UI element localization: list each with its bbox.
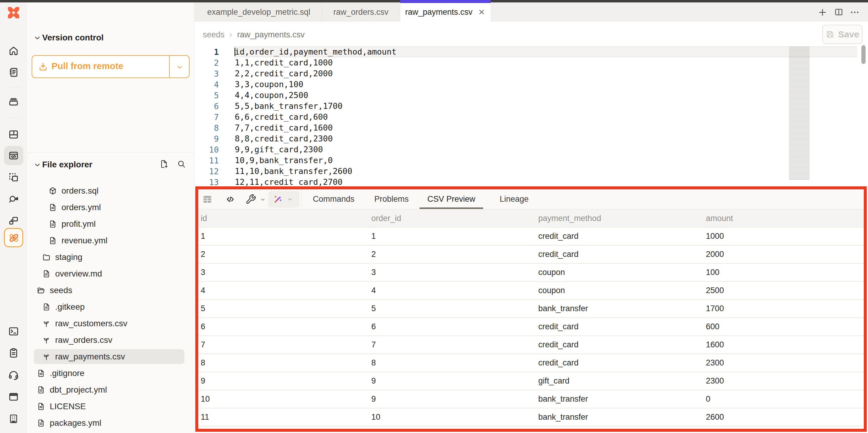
file-row[interactable]: profit.yml	[27, 215, 194, 232]
tab-raw-payments-active[interactable]: raw_payments.csv	[400, 2, 491, 22]
folder-row[interactable]: seeds	[27, 282, 194, 298]
cell: 7	[369, 336, 536, 353]
headset-support-icon[interactable]	[8, 369, 19, 381]
file-row[interactable]: overview.md	[27, 265, 194, 282]
cell: 1000	[704, 228, 864, 245]
line-number: 5	[194, 91, 219, 100]
file-row[interactable]: orders.sql	[27, 182, 194, 199]
file-row[interactable]: raw_customers.csv	[27, 315, 194, 332]
line-text: 8,8,credit_card,2300	[235, 133, 857, 144]
cell: 11	[198, 409, 369, 426]
cell: 2300	[704, 372, 864, 389]
folder-row[interactable]: staging	[27, 249, 194, 265]
split-view-icon[interactable]	[834, 7, 844, 17]
table-row: 4 4 coupon 2500	[198, 282, 864, 300]
code-area[interactable]: 1 id,order_id,payment_method,amount 2 1,…	[194, 47, 868, 187]
table-row: 6 6 credit_card 600	[198, 318, 864, 336]
scrollbar-thumb[interactable]	[861, 45, 866, 64]
file-label: profit.yml	[61, 219, 96, 229]
linked-windows-icon[interactable]	[8, 215, 19, 227]
cell: 6	[369, 318, 536, 335]
file-row[interactable]: raw_orders.csv	[27, 332, 194, 348]
folder-icon	[42, 253, 51, 262]
cell: 4	[369, 282, 536, 299]
ai-assist-group[interactable]	[268, 191, 300, 208]
clipboard-icon[interactable]	[8, 347, 19, 359]
toolbar-divider	[301, 190, 302, 209]
search-icon[interactable]	[176, 159, 187, 169]
line-text: 1,1,credit_card,1000	[235, 57, 857, 68]
file-label: overview.md	[55, 269, 102, 279]
tab-example-develop-metric[interactable]: example_develop_metric.sql	[196, 2, 322, 22]
line-number: 4	[194, 80, 219, 89]
file-row[interactable]: revenue.yml	[27, 232, 194, 249]
table-view-icon[interactable]	[202, 194, 213, 205]
file-label: raw_payments.csv	[55, 352, 125, 362]
code-editor-tool[interactable]	[4, 146, 23, 165]
column-header: amount	[704, 209, 864, 227]
code-line: 13 12,11,credit_card,2700	[194, 177, 868, 187]
line-number: 7	[194, 113, 219, 122]
file-row[interactable]: .gitignore	[27, 365, 194, 381]
column-header: id	[198, 209, 369, 227]
dashboard-grid-icon[interactable]	[8, 129, 19, 140]
home-icon[interactable]	[8, 45, 19, 56]
chevron-down-icon[interactable]	[176, 63, 184, 71]
cell: coupon	[536, 282, 704, 299]
breadcrumb-folder: seeds	[203, 30, 224, 39]
pull-from-remote-button[interactable]: Pull from remote	[32, 55, 190, 78]
organization-building-icon[interactable]	[8, 413, 19, 425]
cell: 8	[198, 354, 369, 372]
wrench-icon[interactable]	[245, 194, 256, 205]
tab-raw-orders[interactable]: raw_orders.csv	[322, 2, 400, 22]
terminal-icon[interactable]	[8, 326, 19, 337]
dbt-assist-tool[interactable]	[4, 228, 23, 247]
activity-bar	[0, 2, 27, 433]
magic-wand-icon[interactable]	[273, 194, 283, 205]
panel-tab-commands[interactable]: Commands	[313, 190, 354, 209]
more-options-icon[interactable]	[849, 7, 860, 18]
cell: coupon	[536, 264, 704, 281]
line-text: 12,11,credit_card,2700	[235, 177, 857, 187]
file-label: raw_orders.csv	[55, 335, 113, 345]
new-file-icon[interactable]	[159, 159, 169, 169]
panel-tab-label: CSV Preview	[427, 195, 475, 204]
close-icon[interactable]	[477, 8, 486, 16]
chevron-down-icon[interactable]	[287, 196, 293, 202]
breadcrumb-file: raw_payments.csv	[237, 30, 305, 39]
line-number: 12	[194, 167, 219, 176]
notebook-icon[interactable]	[8, 67, 19, 78]
file-row-selected[interactable]: raw_payments.csv	[27, 348, 194, 365]
panel-tab-lineage[interactable]: Lineage	[500, 190, 529, 209]
line-text: id,order_id,payment_method,amount	[235, 47, 857, 57]
file-row[interactable]: .gitkeep	[27, 298, 194, 315]
file-row[interactable]: LICENSE	[27, 398, 194, 414]
file-row[interactable]: packages.yml	[27, 414, 194, 431]
line-number: 3	[194, 69, 219, 78]
panel-tab-csv-preview[interactable]: CSV Preview	[427, 190, 475, 209]
minimap[interactable]	[789, 47, 809, 180]
code-line: 9 8,8,credit_card,2300	[194, 133, 868, 144]
cell: 1700	[704, 300, 864, 317]
file-row[interactable]: orders.yml	[27, 199, 194, 215]
document-icon	[36, 418, 45, 428]
table-row: 5 5 bank_transfer 1700	[198, 300, 864, 318]
chevron-down-icon[interactable]	[33, 161, 41, 169]
chevron-down-icon[interactable]	[33, 34, 41, 42]
selection-frame-icon[interactable]	[8, 172, 19, 183]
file-row[interactable]: dbt_project.yml	[27, 381, 194, 398]
new-tab-plus-icon[interactable]	[817, 7, 828, 18]
cell: 7	[198, 336, 369, 353]
table-row: 10 9 bank_transfer 0	[198, 391, 864, 409]
save-button[interactable]: Save	[822, 25, 863, 44]
cell: 9	[369, 391, 536, 408]
browser-docs-icon[interactable]	[8, 391, 19, 403]
panel-tab-problems[interactable]: Problems	[374, 190, 409, 209]
table-row: 7 7 credit_card 1600	[198, 336, 864, 354]
query-explore-icon[interactable]	[8, 193, 19, 205]
code-view-icon[interactable]	[225, 194, 236, 205]
seed-icon	[42, 336, 51, 345]
archive-stack-icon[interactable]	[8, 96, 19, 108]
cell: 9	[198, 372, 369, 389]
chevron-down-icon[interactable]	[260, 197, 266, 203]
